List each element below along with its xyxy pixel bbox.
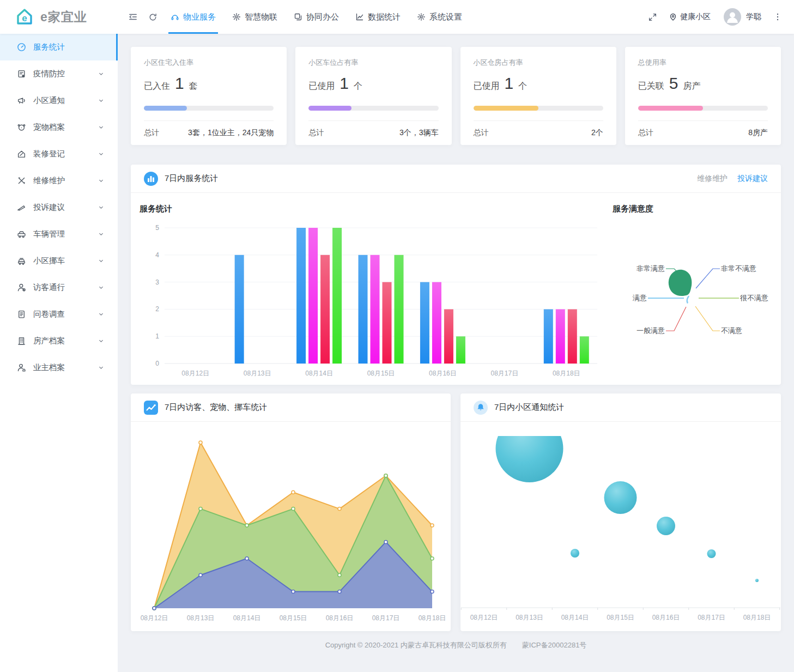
logo-house-icon: e <box>14 7 35 27</box>
svg-text:08月12日: 08月12日 <box>181 370 209 377</box>
svg-text:08月17日: 08月17日 <box>491 370 519 377</box>
renovation-icon <box>17 149 26 159</box>
svg-text:e: e <box>22 13 27 23</box>
card-value: 已关联5房产 <box>638 74 768 93</box>
progress-bar <box>638 106 768 111</box>
card-total-row: 总计2个 <box>474 128 603 138</box>
chevron-down-icon <box>98 311 105 318</box>
stat-card: 总使用率已关联5房产总计8房产 <box>625 47 781 145</box>
service-bar-chart: 01234508月12日08月13日08月14日08月15日08月16日08月1… <box>138 215 607 383</box>
chevron-down-icon <box>98 124 105 131</box>
repair-link[interactable]: 维修维护 <box>697 174 728 184</box>
icp-text: 蒙ICP备20002281号 <box>522 640 587 650</box>
footer: Copyright © 2020-2021 内蒙古卓瓦科技有限公司版权所有 蒙I… <box>131 640 781 650</box>
visitor-area-chart: 08月12日08月13日08月14日08月15日08月16日08月17日08月1… <box>131 422 451 631</box>
line-chart-badge-icon <box>144 401 158 415</box>
community-label: 健康小区 <box>680 12 711 22</box>
pie-chart-caption: 服务满意度 <box>613 204 653 214</box>
notice-panel-title: 7日内小区通知统计 <box>494 402 564 413</box>
nav-item-label: 系统设置 <box>429 12 462 22</box>
survey-icon <box>17 310 26 319</box>
fullscreen-button[interactable] <box>643 0 662 34</box>
username: 学聪 <box>746 12 761 22</box>
svg-text:08月12日: 08月12日 <box>470 614 498 621</box>
app-header: e e家宜业 物业服务智慧物联协同办公数据统计系统设置 健康小区 学聪 <box>0 0 794 34</box>
complaint-link[interactable]: 投诉建议 <box>737 174 768 184</box>
sidebar-item-service-stats[interactable]: 服务统计 <box>0 34 118 60</box>
card-value: 已使用1个 <box>308 74 438 93</box>
svg-text:08月18日: 08月18日 <box>743 614 771 621</box>
svg-text:1: 1 <box>155 332 159 340</box>
notice-bubble-chart: 08月12日08月13日08月14日08月15日08月16日08月17日08月1… <box>460 422 781 631</box>
svg-text:08月15日: 08月15日 <box>607 614 634 621</box>
tab-data-stats[interactable]: 数据统计 <box>347 0 409 34</box>
sidebar-item-move-car[interactable]: 小区挪车 <box>0 247 118 274</box>
chevron-down-icon <box>98 177 105 184</box>
tab-system-settings[interactable]: 系统设置 <box>409 0 470 34</box>
chevron-down-icon <box>98 364 105 371</box>
copyright-text: Copyright © 2020-2021 内蒙古卓瓦科技有限公司版权所有 <box>325 640 507 650</box>
svg-text:2: 2 <box>155 305 159 313</box>
sidebar-item-complaints[interactable]: 投诉建议 <box>0 194 118 221</box>
sidebar-collapse-button[interactable] <box>123 0 143 34</box>
iot-icon <box>232 13 241 21</box>
svg-text:3: 3 <box>155 279 159 286</box>
svg-text:很不满意: 很不满意 <box>740 294 768 302</box>
sidebar-item-label: 装修登记 <box>33 149 65 159</box>
progress-bar <box>474 106 603 111</box>
sidebar-item-pets[interactable]: 宠物档案 <box>0 114 118 141</box>
stat-cards-row: 小区住宅入住率已入住1套总计3套，1位业主，24只宠物小区车位占有率已使用1个总… <box>131 47 781 145</box>
main-content: 小区住宅入住率已入住1套总计3套，1位业主，24只宠物小区车位占有率已使用1个总… <box>118 34 794 672</box>
card-total-row: 总计8房产 <box>638 128 768 138</box>
chevron-down-icon <box>98 284 105 291</box>
svg-text:08月13日: 08月13日 <box>244 370 271 377</box>
community-switcher[interactable]: 健康小区 <box>662 12 717 22</box>
progress-bar <box>144 106 274 111</box>
card-total-row: 总计3套，1位业主，24只宠物 <box>144 128 274 138</box>
user-menu[interactable]: 学聪 <box>717 8 768 26</box>
office-icon <box>294 13 302 21</box>
avatar <box>724 8 741 26</box>
chevron-down-icon <box>98 257 105 264</box>
sidebar-item-epidemic[interactable]: 疫情防控 <box>0 60 118 87</box>
estate-icon <box>17 336 26 346</box>
chevron-down-icon <box>98 231 105 238</box>
notice-stats-panel: 7日内小区通知统计 08月12日08月13日08月14日08月15日08月16日… <box>460 393 781 631</box>
sidebar-item-survey[interactable]: 问卷调查 <box>0 301 118 328</box>
tab-smart-iot[interactable]: 智慧物联 <box>224 0 286 34</box>
svg-text:4: 4 <box>155 251 159 259</box>
more-menu-button[interactable] <box>768 0 787 34</box>
refresh-button[interactable] <box>143 0 162 34</box>
card-title: 小区车位占有率 <box>308 58 438 68</box>
sidebar-item-notice[interactable]: 小区通知 <box>0 87 118 114</box>
pet-icon <box>17 123 26 132</box>
svg-text:08月16日: 08月16日 <box>429 370 457 377</box>
svg-text:08月18日: 08月18日 <box>553 370 580 377</box>
chevron-down-icon <box>98 204 105 211</box>
bar-chart-caption: 服务统计 <box>140 204 172 214</box>
chevron-down-icon <box>98 97 105 104</box>
epidemic-icon <box>17 69 26 78</box>
tab-property-service[interactable]: 物业服务 <box>162 0 224 34</box>
sidebar-item-label: 问卷调查 <box>33 309 65 319</box>
sidebar-item-label: 维修维护 <box>33 175 65 186</box>
svg-text:非常满意: 非常满意 <box>637 264 665 273</box>
sidebar-item-vehicles[interactable]: 车辆管理 <box>0 221 118 247</box>
sidebar-item-label: 投诉建议 <box>33 202 65 213</box>
sidebar-item-renovation[interactable]: 装修登记 <box>0 141 118 167</box>
refresh-icon <box>148 13 157 22</box>
sidebar-item-label: 小区通知 <box>33 95 65 106</box>
svg-text:08月16日: 08月16日 <box>652 614 680 621</box>
sidebar-item-label: 疫情防控 <box>33 69 65 79</box>
sidebar-item-repair[interactable]: 维修维护 <box>0 167 118 194</box>
svg-text:非常不满意: 非常不满意 <box>721 264 756 273</box>
sidebar-item-visitors[interactable]: 访客通行 <box>0 274 118 301</box>
tab-collab-office[interactable]: 协同办公 <box>286 0 347 34</box>
dashboard-icon <box>17 43 26 52</box>
bell-badge-icon <box>474 401 488 415</box>
sidebar-item-label: 房产档案 <box>33 336 65 346</box>
chevron-down-icon <box>98 150 105 158</box>
sidebar-item-label: 服务统计 <box>33 42 65 52</box>
sidebar-item-owners[interactable]: 业主档案 <box>0 354 118 381</box>
sidebar-item-estate[interactable]: 房产档案 <box>0 328 118 354</box>
